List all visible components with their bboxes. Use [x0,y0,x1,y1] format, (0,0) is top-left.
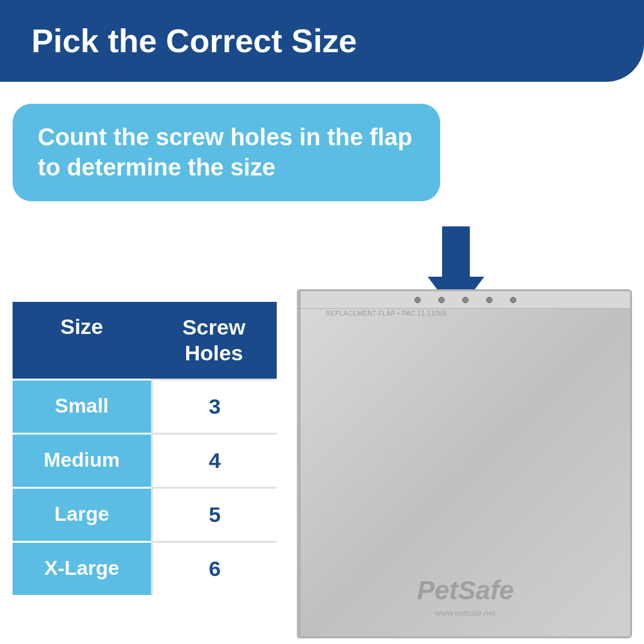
screw-hole-1 [414,297,421,303]
table-row: X-Large 6 [13,541,302,595]
flap-body: PetSafe www.petsafe.net [301,309,630,636]
page-title: Pick the Correct Size [31,22,357,60]
holes-xlarge: 6 [151,541,277,595]
size-xlarge: X-Large [13,541,151,595]
table-header-size: Size [13,302,151,379]
instruction-text: Count the screw holes in the flap to det… [38,123,415,182]
size-small: Small [13,379,151,433]
screw-hole-5 [510,297,516,303]
screw-hole-4 [486,297,492,303]
table-row: Small 3 [13,379,302,433]
table-header-row: Size ScrewHoles [13,302,302,379]
holes-small: 3 [151,379,277,433]
size-table: Size ScrewHoles Small 3 Medium 4 Large 5… [13,302,302,595]
table-row: Medium 4 [13,433,302,487]
table-row: Large 5 [13,487,302,541]
flap-product-label: REPLACEMENT FLAP • PAC 11-11059 [326,310,447,317]
flap-website-label: www.petsafe.net [435,608,495,618]
arrow-shaft [442,226,470,277]
flap-brand-label: PetSafe [417,575,514,606]
instruction-bubble: Count the screw holes in the flap to det… [13,104,440,201]
holes-medium: 4 [151,433,277,487]
size-large: Large [13,487,151,541]
table-header-holes: ScrewHoles [151,302,277,379]
screw-hole-2 [438,297,445,303]
holes-large: 5 [151,487,277,541]
flap-top-strip [301,291,630,309]
screw-hole-3 [462,297,469,303]
header-banner: Pick the Correct Size [0,0,644,82]
flap-image: PetSafe www.petsafe.net [299,289,632,638]
size-medium: Medium [13,433,151,487]
